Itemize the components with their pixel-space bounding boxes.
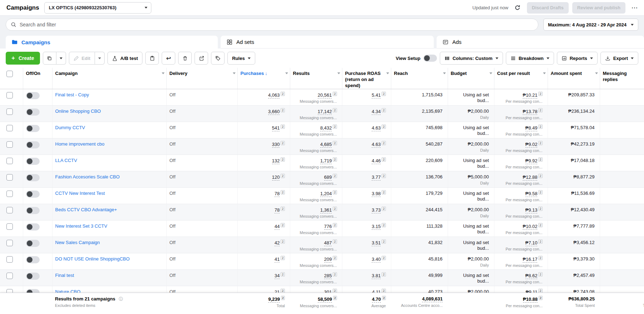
row-checkbox[interactable] — [6, 207, 13, 213]
undo-button[interactable]: ↩ — [162, 52, 175, 65]
results-value[interactable]: 17,142 — [318, 109, 332, 115]
create-button[interactable]: + Create — [6, 52, 40, 65]
cost-per-result-value[interactable]: ₱13.78 — [523, 109, 537, 115]
campaign-name-link[interactable]: New Interest Set 3 CCTV — [55, 223, 107, 229]
cost-per-result-value[interactable]: ₱12.88 — [523, 174, 537, 181]
roas-value[interactable]: 3.81 — [372, 273, 381, 279]
columns-button[interactable]: Columns: Custom — [440, 52, 503, 65]
tag-button[interactable] — [211, 52, 225, 65]
export-button[interactable]: Export — [600, 52, 638, 65]
row-checkbox[interactable] — [6, 125, 13, 131]
purchases-value[interactable]: 41 — [275, 257, 280, 263]
results-value[interactable]: 8,432 — [320, 125, 332, 131]
cost-per-result-value[interactable]: ₱7.10 — [525, 240, 538, 246]
row-checkbox[interactable] — [6, 92, 13, 98]
column-header-purchases[interactable]: Purchases↓ — [237, 68, 290, 89]
campaign-name-link[interactable]: New Sales Campaign — [55, 240, 100, 245]
column-header-reach[interactable]: Reach — [391, 68, 448, 89]
search-input[interactable] — [20, 22, 533, 27]
duplicate-menu-button[interactable] — [56, 52, 66, 65]
total-results[interactable]: 58,509 — [318, 297, 332, 303]
tab-ads[interactable]: Ads — [437, 36, 644, 49]
results-value[interactable]: 1,719 — [320, 158, 332, 164]
reports-button[interactable]: Reports — [557, 52, 598, 65]
campaign-off-on-toggle[interactable] — [26, 191, 40, 198]
cost-per-result-value[interactable]: ₱8.49 — [525, 125, 538, 131]
breakdown-button[interactable]: Breakdown — [506, 52, 554, 65]
row-checkbox[interactable] — [6, 256, 13, 263]
campaign-name-link[interactable]: Online Shopping CBO — [55, 108, 101, 114]
cost-per-result-value[interactable]: ₱10.02 — [523, 224, 537, 230]
roas-value[interactable]: 3.98 — [372, 191, 381, 197]
review-and-publish-button[interactable]: Review and publish — [572, 2, 625, 14]
discard-drafts-button[interactable]: Discard Drafts — [527, 2, 569, 14]
total-purchases[interactable]: 9,239 — [268, 297, 280, 303]
campaign-name-link[interactable]: Fashion Accesories Scale CBO — [55, 174, 120, 179]
campaign-name-link[interactable]: Final test — [55, 273, 74, 278]
purchases-value[interactable]: 78 — [275, 207, 280, 213]
cost-per-result-value[interactable]: ₱8.62 — [525, 273, 538, 279]
campaign-off-on-toggle[interactable] — [26, 273, 40, 280]
row-checkbox[interactable] — [6, 191, 13, 197]
average-cost-per-result[interactable]: ₱10.88 — [523, 297, 538, 303]
delete-button[interactable] — [178, 52, 192, 65]
row-checkbox[interactable] — [6, 141, 13, 148]
purchases-value[interactable]: 120 — [272, 174, 280, 181]
roas-value[interactable]: 4.63 — [372, 142, 381, 148]
roas-value[interactable]: 3.15 — [372, 224, 381, 230]
column-header-messaging-replies[interactable]: Messaging replies — [600, 68, 644, 89]
campaign-off-on-toggle[interactable] — [26, 223, 40, 231]
results-value[interactable]: 209 — [324, 257, 332, 263]
purchases-value[interactable]: 3,660 — [268, 109, 280, 115]
results-value[interactable]: 4,685 — [320, 142, 332, 148]
edit-button[interactable]: Edit — [69, 52, 95, 65]
row-checkbox[interactable] — [6, 108, 13, 115]
roas-value[interactable]: 4.63 — [372, 125, 381, 131]
column-header-cost-per-result[interactable]: Cost per result — [494, 68, 548, 89]
campaign-off-on-toggle[interactable] — [26, 174, 40, 181]
edit-menu-button[interactable] — [95, 52, 105, 65]
roas-value[interactable]: 3.73 — [372, 207, 381, 213]
cost-per-result-value[interactable]: ₱10.21 — [523, 92, 537, 98]
results-value[interactable]: 20,561 — [318, 92, 332, 98]
campaign-name-link[interactable]: Dummy CCTV — [55, 125, 85, 130]
duplicate-button[interactable] — [43, 52, 56, 65]
purchases-value[interactable]: 44 — [275, 224, 280, 230]
purchases-value[interactable]: 330 — [272, 142, 280, 148]
column-header-delivery[interactable]: Delivery — [166, 68, 237, 89]
purchases-value[interactable]: 541 — [272, 125, 280, 131]
refresh-button[interactable] — [512, 2, 523, 14]
ad-account-selector[interactable]: LX OPTICS (429809322530763) — [44, 2, 151, 14]
view-setup-toggle[interactable] — [423, 55, 437, 62]
row-checkbox[interactable] — [6, 158, 13, 164]
clipboard-button[interactable] — [145, 52, 159, 65]
column-header-campaign[interactable]: Campaign — [52, 68, 166, 89]
cost-per-result-value[interactable]: ₱9.02 — [525, 142, 538, 148]
campaign-off-on-toggle[interactable] — [26, 207, 40, 214]
campaign-off-on-toggle[interactable] — [26, 141, 40, 148]
roas-value[interactable]: 4.34 — [372, 109, 381, 115]
purchases-value[interactable]: 34 — [275, 273, 280, 279]
results-value[interactable]: 776 — [324, 224, 332, 230]
roas-value[interactable]: 5.41 — [372, 92, 381, 98]
campaign-off-on-toggle[interactable] — [26, 125, 40, 132]
campaign-off-on-toggle[interactable] — [26, 158, 40, 165]
results-value[interactable]: 1,204 — [320, 191, 332, 197]
select-all-checkbox[interactable] — [6, 71, 13, 77]
campaign-off-on-toggle[interactable] — [26, 256, 40, 263]
campaign-name-link[interactable]: LLA CCTV — [55, 158, 77, 163]
results-value[interactable]: 1,361 — [320, 207, 332, 213]
row-checkbox[interactable] — [6, 223, 13, 230]
more-options-button[interactable]: ⋯ — [629, 2, 640, 14]
results-value[interactable]: 285 — [324, 273, 332, 279]
campaign-name-link[interactable]: Final test - Copy — [55, 92, 89, 97]
campaign-off-on-toggle[interactable] — [26, 92, 40, 99]
share-preview-button[interactable] — [195, 52, 208, 65]
results-value[interactable]: 689 — [324, 174, 332, 181]
average-roas[interactable]: 4.70 — [372, 297, 381, 303]
roas-value[interactable]: 3.51 — [372, 240, 381, 246]
roas-value[interactable]: 3.77 — [372, 174, 381, 181]
roas-value[interactable]: 3.40 — [372, 257, 381, 263]
purchases-value[interactable]: 4,063 — [268, 92, 280, 98]
row-checkbox[interactable] — [6, 174, 13, 181]
